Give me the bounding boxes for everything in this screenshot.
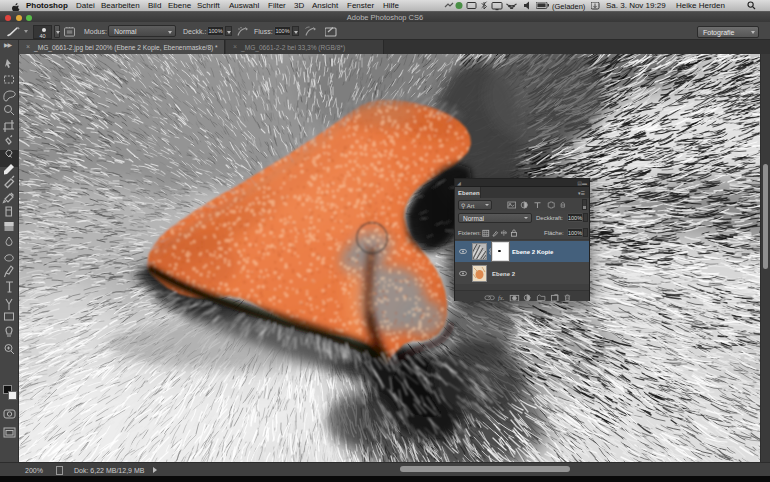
svg-text:fx.: fx.: [498, 294, 505, 301]
